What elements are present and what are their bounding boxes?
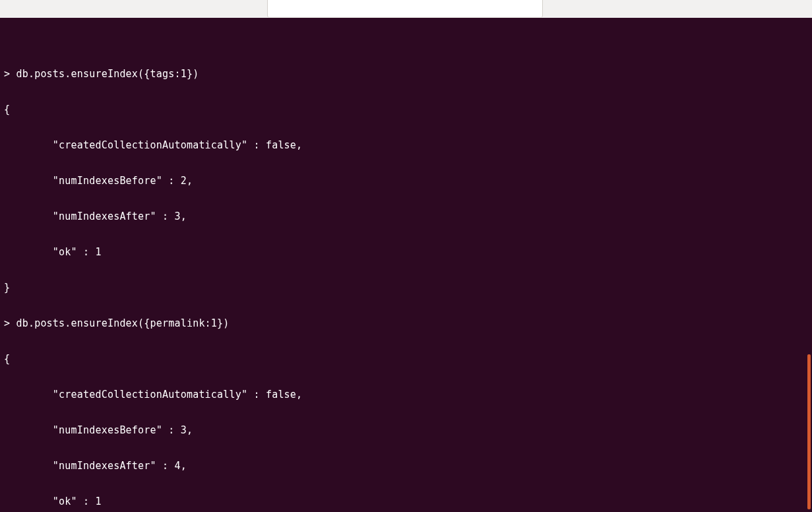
terminal-line: { (4, 353, 808, 365)
terminal-viewport[interactable]: > db.posts.ensureIndex({tags:1}) { "crea… (0, 18, 812, 512)
terminal-line: "ok" : 1 (4, 496, 808, 507)
terminal-line: "numIndexesBefore" : 2, (4, 175, 808, 187)
terminal-line: "ok" : 1 (4, 246, 808, 258)
terminal-line: > db.posts.ensureIndex({tags:1}) (4, 68, 808, 80)
terminal-line: { (4, 104, 808, 115)
terminal-line: "createdCollectionAutomatically" : false… (4, 389, 808, 400)
terminal-line: } (4, 282, 808, 294)
terminal-line: "numIndexesBefore" : 3, (4, 424, 808, 436)
terminal-content: > db.posts.ensureIndex({tags:1}) { "crea… (4, 44, 808, 512)
terminal-line: "numIndexesAfter" : 3, (4, 210, 808, 222)
scrollbar-thumb[interactable] (807, 354, 811, 509)
terminal-line: > db.posts.ensureIndex({permalink:1}) (4, 317, 808, 329)
terminal-line: "createdCollectionAutomatically" : false… (4, 139, 808, 151)
terminal-line: "numIndexesAfter" : 4, (4, 460, 808, 472)
window-titlebar (0, 0, 812, 18)
window-tab[interactable] (267, 0, 543, 18)
